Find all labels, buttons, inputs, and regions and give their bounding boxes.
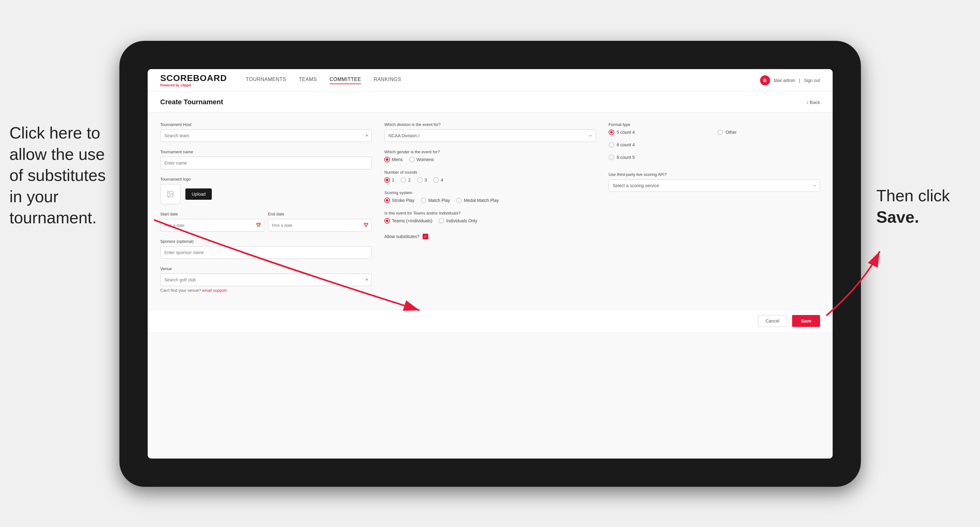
upload-button[interactable]: Upload (185, 189, 212, 200)
sponsor-input[interactable] (160, 246, 372, 259)
gender-mens[interactable]: Mens (384, 157, 402, 162)
gender-group: Which gender is the event for? Mens Wome… (384, 149, 596, 162)
teams-group: Is this event for Teams and/or Individua… (384, 211, 596, 224)
nav-signout[interactable]: Sign out (804, 78, 820, 83)
scoring-medal-label: Medal Match Play (464, 198, 499, 203)
division-select[interactable]: NCAA Division I (384, 129, 596, 142)
format-6count4[interactable]: 6 count 4 (609, 142, 711, 148)
tournament-host-input[interactable] (160, 129, 372, 142)
page-header: Create Tournament ‹ Back (148, 92, 833, 113)
format-spacer (718, 142, 820, 152)
scoring-match-radio[interactable] (421, 198, 426, 203)
scoring-medal-radio[interactable] (456, 198, 462, 203)
format-other-radio[interactable] (718, 129, 723, 135)
nav-bar: SCOREBOARD Powered by clippd TOURNAMENTS… (148, 69, 833, 92)
rounds-2-radio[interactable] (401, 177, 406, 183)
start-date-input[interactable] (160, 219, 264, 232)
start-date-group: Start date 📅 (160, 212, 264, 232)
rounds-1[interactable]: 1 (384, 177, 395, 183)
page-content: Create Tournament ‹ Back Tournament Host… (148, 92, 833, 459)
tournament-name-input[interactable] (160, 157, 372, 169)
substitutes-checkbox[interactable]: ✓ (423, 234, 428, 239)
rounds-2-label: 2 (408, 178, 410, 183)
start-date-icon: 📅 (256, 223, 261, 228)
rounds-3-label: 3 (425, 178, 427, 183)
scoring-api-select[interactable]: Select a scoring service (609, 179, 820, 192)
format-6count5-radio[interactable] (609, 154, 614, 160)
rounds-label: Number of rounds (384, 170, 596, 175)
gender-mens-radio[interactable] (384, 157, 390, 162)
page-footer: Cancel Save (148, 310, 833, 332)
teams-label: Is this event for Teams and/or Individua… (384, 211, 596, 216)
scoring-medal[interactable]: Medal Match Play (456, 198, 499, 203)
individuals-only-radio[interactable] (439, 218, 444, 224)
back-link[interactable]: ‹ Back (807, 100, 820, 105)
gender-radio-group: Mens Womens (384, 157, 596, 162)
individuals-only-label: Individuals Only (446, 218, 477, 223)
rounds-4[interactable]: 4 (433, 177, 443, 183)
tournament-logo-label: Tournament logo (160, 177, 372, 181)
nav-username: blair admin (774, 78, 795, 83)
logo-area: SCOREBOARD Powered by clippd (160, 73, 227, 87)
scoring-api-group: Use third-party live scoring API? Select… (609, 172, 820, 192)
rounds-4-radio[interactable] (433, 177, 439, 183)
format-6count5[interactable]: 6 count 5 (609, 154, 711, 160)
scoring-match[interactable]: Match Play (421, 198, 450, 203)
nav-teams[interactable]: TEAMS (299, 77, 317, 84)
form-area: Tournament Host ▼ Tournament name Tourna… (148, 113, 833, 310)
scoring-radio-group: Stroke Play Match Play Medal Match Play (384, 198, 596, 203)
teams-plus-radio[interactable] (384, 218, 390, 224)
nav-avatar: B (760, 75, 770, 86)
svg-point-1 (169, 192, 170, 194)
tablet-screen: SCOREBOARD Powered by clippd TOURNAMENTS… (148, 69, 833, 459)
rounds-3-radio[interactable] (417, 177, 423, 183)
format-other-label: Other (725, 130, 737, 135)
rounds-1-radio[interactable] (384, 177, 390, 183)
scoring-api-label: Use third-party live scoring API? (609, 172, 820, 177)
gender-womens[interactable]: Womens (409, 157, 434, 162)
format-6count4-radio[interactable] (609, 142, 614, 148)
format-5count4-radio[interactable] (609, 129, 614, 135)
venue-input[interactable] (160, 273, 372, 286)
format-5count4[interactable]: 5 count 4 (609, 129, 711, 135)
tournament-host-group: Tournament Host ▼ (160, 122, 372, 142)
nav-rankings[interactable]: RANKINGS (374, 77, 401, 84)
start-date-wrap: 📅 (160, 219, 264, 232)
nav-tournaments[interactable]: TOURNAMENTS (246, 77, 286, 84)
logo-placeholder (160, 184, 180, 204)
start-date-label: Start date (160, 212, 264, 216)
substitutes-row: Allow substitutes? ✓ (384, 234, 596, 239)
teams-plus-label: Teams (+Individuals) (392, 218, 432, 223)
rounds-3[interactable]: 3 (417, 177, 427, 183)
scoring-stroke[interactable]: Stroke Play (384, 198, 414, 203)
individuals-only[interactable]: Individuals Only (439, 218, 477, 224)
teams-plus-individuals[interactable]: Teams (+Individuals) (384, 218, 432, 224)
gender-mens-label: Mens (392, 157, 402, 162)
cancel-button[interactable]: Cancel (758, 315, 788, 327)
gender-womens-radio[interactable] (409, 157, 415, 162)
division-label: Which division is the event for? (384, 122, 596, 127)
logo-powered: Powered by clippd (160, 83, 227, 87)
substitutes-label: Allow substitutes? (384, 234, 420, 239)
date-row: Start date 📅 End date 📅 (160, 212, 372, 232)
scoring-stroke-radio[interactable] (384, 198, 390, 203)
format-5count4-label: 5 count 4 (617, 130, 635, 135)
venue-email-link[interactable]: email support (202, 288, 226, 293)
end-date-input[interactable] (268, 219, 372, 232)
form-col-2: Which division is the event for? NCAA Di… (384, 122, 596, 300)
rounds-group: Number of rounds 1 2 (384, 170, 596, 183)
format-other[interactable]: Other (718, 129, 820, 135)
scoring-label: Scoring system (384, 190, 596, 195)
save-button[interactable]: Save (792, 315, 820, 327)
logo-scoreboard: SCOREBOARD (160, 73, 227, 83)
rounds-radio-group: 1 2 3 4 (384, 177, 596, 183)
tournament-name-label: Tournament name (160, 149, 372, 154)
substitutes-group: Allow substitutes? ✓ (384, 231, 596, 239)
venue-chevron: ▼ (365, 278, 369, 282)
annotation-right: Then click Save. (876, 185, 964, 228)
tournament-name-group: Tournament name (160, 149, 372, 169)
end-date-group: End date 📅 (268, 212, 372, 232)
nav-committee[interactable]: COMMITTEE (329, 77, 361, 84)
rounds-4-label: 4 (441, 178, 443, 183)
rounds-2[interactable]: 2 (401, 177, 410, 183)
